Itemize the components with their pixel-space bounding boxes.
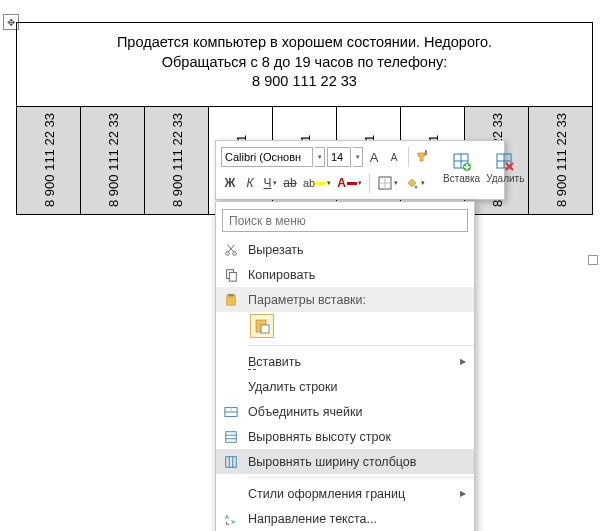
menu-paste-options-header: Параметры вставки: [216,287,474,312]
svg-rect-17 [228,293,233,296]
underline-button[interactable]: Ч▾ [261,172,279,194]
delete-split-button[interactable]: Удалить [483,144,527,192]
menu-border-styles[interactable]: Стили оформления границ ▶ [216,481,474,506]
font-family-input[interactable] [221,147,313,167]
ad-line2: Обращаться с 8 до 19 часов по телефону: [25,53,584,73]
context-menu: Вырезать Копировать Параметры вставки: В… [215,201,475,531]
bold-button[interactable]: Ж [221,172,239,194]
italic-button[interactable]: К [241,172,259,194]
svg-rect-15 [229,272,236,281]
svg-point-12 [226,251,230,255]
ad-phone: 8 900 111 22 33 [25,72,584,92]
paste-options-row [216,312,474,342]
menu-cut[interactable]: Вырезать [216,237,474,262]
svg-point-4 [414,186,417,189]
font-size-dropdown[interactable]: ▾ [353,147,363,167]
menu-search [222,209,468,232]
svg-point-13 [233,251,237,255]
cut-icon [222,241,240,259]
copy-icon [222,266,240,284]
text-direction-icon: AA [222,510,240,528]
menu-search-input[interactable] [222,209,468,232]
svg-rect-19 [261,325,269,333]
menu-distribute-cols[interactable]: Выровнять ширину столбцов [216,449,474,474]
paste-icon [222,291,240,309]
menu-text-direction[interactable]: AA Направление текста... [216,506,474,531]
merge-cells-icon [222,403,240,421]
distribute-rows-icon [222,428,240,446]
shading-button[interactable]: ▾ [402,172,427,194]
distribute-cols-icon [222,453,240,471]
svg-rect-23 [226,431,237,442]
highlight-button[interactable]: ab▾ [301,172,333,194]
paste-option-nest-table[interactable] [250,314,274,338]
tearoff-strip[interactable]: 8 900 111 22 33 [81,107,145,215]
delete-table-icon [495,152,515,172]
font-size-input[interactable] [327,147,351,167]
font-family-dropdown[interactable]: ▾ [315,147,325,167]
borders-button[interactable]: ▾ [375,172,400,194]
tearoff-strip[interactable]: 8 900 111 22 33 [529,107,593,215]
svg-rect-26 [226,456,237,467]
table-resize-handle[interactable] [588,255,598,265]
strikethrough-button[interactable]: ab [281,172,299,194]
menu-delete-rows[interactable]: Удалить строки [216,374,474,399]
svg-text:A: A [225,513,230,520]
svg-rect-0 [425,150,427,155]
decrease-font-button[interactable]: A [385,146,403,168]
mini-toolbar: ▾ ▾ A A Ж К Ч▾ ab ab▾ A▾ ▾ [215,140,505,200]
tearoff-strip[interactable]: 8 900 111 22 33 [17,107,81,215]
insert-table-icon [452,152,472,172]
format-painter-button[interactable] [414,146,434,168]
menu-copy[interactable]: Копировать [216,262,474,287]
svg-text:A: A [230,519,237,524]
ad-cell[interactable]: Продается компьютер в хорошем состоянии.… [16,22,593,107]
font-color-button[interactable]: A▾ [335,172,364,194]
ad-line1: Продается компьютер в хорошем состоянии.… [25,33,584,53]
insert-split-button[interactable]: Вставка [440,144,483,192]
menu-merge-cells[interactable]: Объединить ячейки [216,399,474,424]
tearoff-strip[interactable]: 8 900 111 22 33 [145,107,209,215]
menu-insert[interactable]: ВВставитьставить ▶ [216,349,474,374]
menu-distribute-rows[interactable]: Выровнять высоту строк [216,424,474,449]
increase-font-button[interactable]: A [365,146,383,168]
submenu-arrow-icon: ▶ [460,357,466,366]
submenu-arrow-icon: ▶ [460,489,466,498]
